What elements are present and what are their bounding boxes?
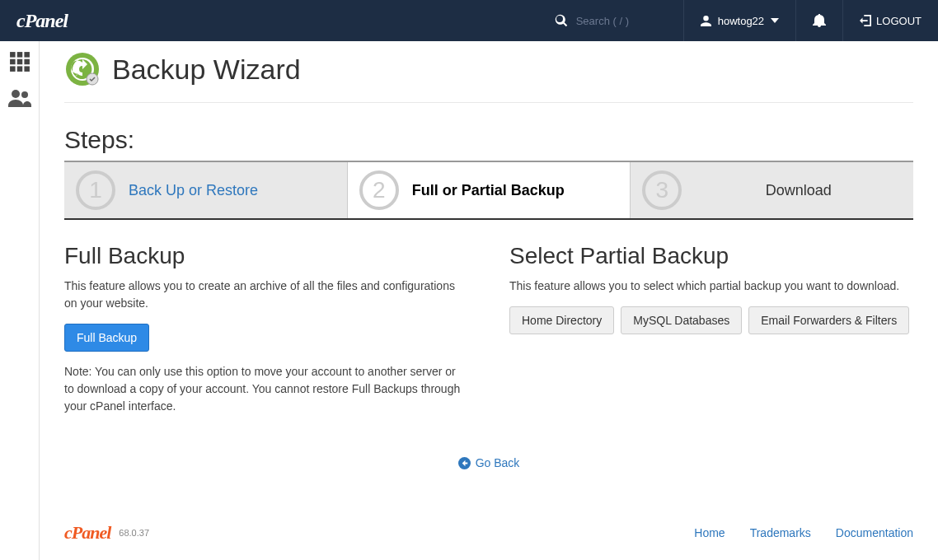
svg-rect-2	[24, 52, 29, 58]
email-forwarders-filters-button[interactable]: Email Forwarders & Filters	[748, 306, 909, 334]
footer-home-link[interactable]: Home	[694, 526, 725, 539]
footer-documentation-link[interactable]: Documentation	[836, 526, 913, 539]
step-2-label: Full or Partial Backup	[412, 182, 565, 199]
footer-links: Home Trademarks Documentation	[694, 526, 913, 539]
go-back-container: Go Back	[64, 456, 913, 473]
mysql-databases-button[interactable]: MySQL Databases	[621, 306, 742, 334]
home-directory-button[interactable]: Home Directory	[509, 306, 614, 334]
left-sidebar	[0, 41, 40, 560]
logout-button[interactable]: LOGOUT	[843, 15, 922, 27]
full-backup-heading: Full Backup	[64, 243, 468, 269]
cpanel-logo[interactable]: cPanel	[16, 10, 68, 32]
step-1-number: 1	[76, 170, 115, 210]
search-container	[555, 0, 684, 41]
main-content: Backup Wizard Steps: 1 Back Up or Restor…	[40, 41, 938, 560]
partial-backup-description: This feature allows you to select which …	[509, 278, 913, 295]
search-icon[interactable]	[555, 14, 568, 27]
svg-rect-7	[16, 66, 22, 72]
wizard-steps: 1 Back Up or Restore 2 Full or Partial B…	[64, 161, 913, 220]
search-input[interactable]	[576, 15, 667, 27]
step-2-number: 2	[359, 170, 399, 210]
step-3-label: Download	[695, 182, 902, 199]
go-back-link[interactable]: Go Back	[458, 456, 520, 469]
steps-heading: Steps:	[64, 126, 913, 154]
svg-rect-0	[10, 52, 16, 58]
footer-cpanel-logo[interactable]: cPanel	[64, 522, 110, 544]
full-backup-button[interactable]: Full Backup	[64, 324, 149, 352]
step-3: 3 Download	[631, 162, 913, 218]
go-back-label: Go Back	[476, 456, 520, 469]
backup-wizard-icon	[64, 51, 101, 87]
logout-label: LOGOUT	[876, 15, 922, 27]
step-3-number: 3	[642, 170, 682, 210]
step-1[interactable]: 1 Back Up or Restore	[64, 162, 348, 218]
svg-rect-5	[24, 59, 29, 65]
full-backup-note: Note: You can only use this option to mo…	[64, 363, 468, 415]
bell-icon	[813, 14, 826, 27]
arrow-left-circle-icon	[458, 457, 471, 469]
footer-trademarks-link[interactable]: Trademarks	[750, 526, 811, 539]
top-navigation: cPanel howtog22 LOGOUT	[0, 0, 938, 41]
notifications-button[interactable]	[796, 0, 843, 41]
user-menu[interactable]: howtog22	[684, 0, 796, 41]
partial-backup-buttons: Home Directory MySQL Databases Email For…	[509, 306, 913, 334]
page-header: Backup Wizard	[64, 51, 913, 103]
chevron-down-icon	[771, 18, 779, 23]
svg-rect-8	[24, 66, 29, 72]
step-1-label: Back Up or Restore	[129, 182, 258, 199]
svg-point-9	[12, 90, 20, 98]
partial-backup-heading: Select Partial Backup	[509, 243, 913, 269]
username-label: howtog22	[718, 15, 764, 27]
svg-rect-4	[16, 59, 22, 65]
svg-rect-3	[10, 59, 16, 65]
footer: cPanel 68.0.37 Home Trademarks Documenta…	[64, 489, 913, 544]
user-icon	[701, 16, 711, 26]
svg-rect-6	[10, 66, 16, 72]
page-title: Backup Wizard	[112, 54, 301, 86]
full-backup-description: This feature allows you to create an arc…	[64, 278, 468, 312]
svg-rect-1	[16, 52, 22, 58]
logout-icon	[860, 15, 871, 26]
users-icon[interactable]	[8, 89, 31, 107]
footer-version: 68.0.37	[119, 528, 149, 538]
svg-point-10	[21, 91, 28, 98]
full-backup-section: Full Backup This feature allows you to c…	[64, 243, 468, 427]
step-2: 2 Full or Partial Backup	[348, 162, 631, 218]
apps-grid-icon[interactable]	[9, 51, 30, 72]
partial-backup-section: Select Partial Backup This feature allow…	[509, 243, 913, 427]
